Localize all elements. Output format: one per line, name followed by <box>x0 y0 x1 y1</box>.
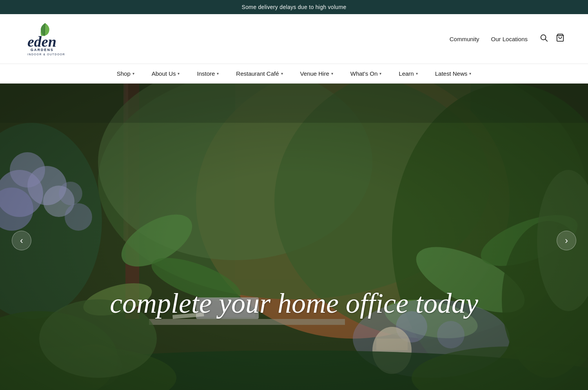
chevron-down-icon: ▾ <box>469 71 471 76</box>
nav-link-latest-news[interactable]: Latest News ▾ <box>426 64 480 83</box>
nav-link-whats-on[interactable]: What's On ▾ <box>342 64 390 83</box>
chevron-down-icon: ▾ <box>379 71 381 76</box>
slider-prev-button[interactable]: ‹ <box>12 231 31 250</box>
main-navigation: Shop ▾ About Us ▾ Instore ▾ Restaurant C… <box>0 64 588 84</box>
hero-slider: ‹ complete your home office today › <box>0 84 588 390</box>
chevron-down-icon: ▾ <box>331 71 333 76</box>
nav-items-list: Shop ▾ About Us ▾ Instore ▾ Restaurant C… <box>108 64 480 83</box>
nav-item-restaurant-cafe: Restaurant Café ▾ <box>227 64 291 83</box>
cart-button[interactable] <box>556 33 564 44</box>
nav-item-instore: Instore ▾ <box>188 64 227 83</box>
announcement-banner: Some delivery delays due to high volume <box>0 0 588 14</box>
nav-link-shop[interactable]: Shop ▾ <box>108 64 143 83</box>
nav-item-about-us: About Us ▾ <box>143 64 189 83</box>
site-header: eden GARDENS INDOOR & OUTDOOR Community … <box>0 14 588 64</box>
header-right: Community Our Locations <box>450 33 564 44</box>
cart-icon <box>556 33 564 44</box>
hero-background <box>0 84 588 390</box>
nav-item-latest-news: Latest News ▾ <box>426 64 480 83</box>
header-nav-community[interactable]: Community <box>450 36 479 42</box>
logo-svg: eden GARDENS INDOOR & OUTDOOR <box>24 21 67 56</box>
hero-heading: complete your home office today <box>0 288 588 319</box>
svg-rect-48 <box>0 84 588 123</box>
nav-link-about-us[interactable]: About Us ▾ <box>143 64 189 83</box>
svg-text:INDOOR & OUTDOOR: INDOOR & OUTDOOR <box>27 53 65 56</box>
nav-item-whats-on: What's On ▾ <box>342 64 390 83</box>
svg-rect-47 <box>0 84 588 390</box>
chevron-down-icon: ▾ <box>281 71 283 76</box>
nav-link-venue-hire[interactable]: Venue Hire ▾ <box>292 64 342 83</box>
chevron-right-icon: › <box>565 235 568 246</box>
chevron-down-icon: ▾ <box>217 71 219 76</box>
header-icons <box>539 33 564 44</box>
logo[interactable]: eden GARDENS INDOOR & OUTDOOR <box>24 21 67 56</box>
slider-next-button[interactable]: › <box>557 231 576 250</box>
chevron-left-icon: ‹ <box>20 235 23 246</box>
nav-item-venue-hire: Venue Hire ▾ <box>292 64 342 83</box>
chevron-down-icon: ▾ <box>416 71 418 76</box>
chevron-down-icon: ▾ <box>132 71 134 76</box>
nav-link-instore[interactable]: Instore ▾ <box>188 64 227 83</box>
nav-item-learn: Learn ▾ <box>390 64 426 83</box>
svg-line-5 <box>545 39 547 41</box>
nav-link-restaurant-cafe[interactable]: Restaurant Café ▾ <box>227 64 291 83</box>
nav-link-learn[interactable]: Learn ▾ <box>390 64 426 83</box>
nav-item-shop: Shop ▾ <box>108 64 143 83</box>
search-icon <box>539 33 548 44</box>
chevron-down-icon: ▾ <box>178 71 180 76</box>
banner-text: Some delivery delays due to high volume <box>242 4 347 10</box>
svg-text:eden: eden <box>27 33 56 50</box>
svg-text:GARDENS: GARDENS <box>31 48 54 52</box>
header-nav-our-locations[interactable]: Our Locations <box>491 36 528 42</box>
search-button[interactable] <box>539 33 548 44</box>
